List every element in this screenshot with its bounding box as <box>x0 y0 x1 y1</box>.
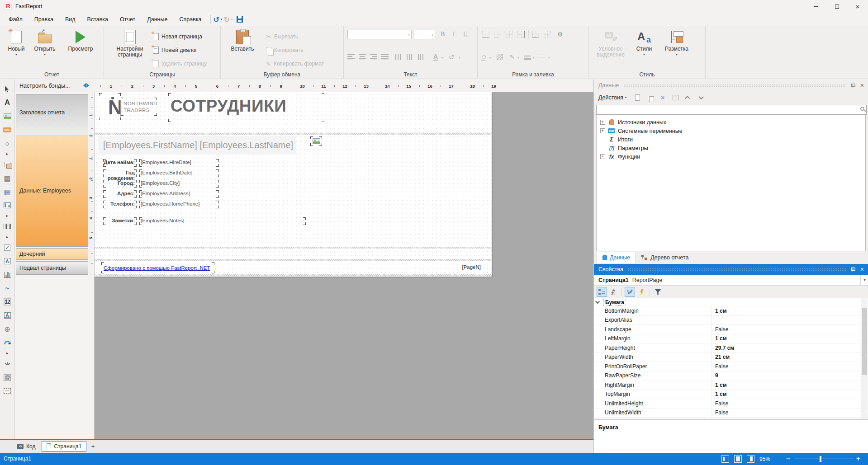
band-item[interactable]: Заголовок отчета <box>16 94 88 133</box>
field-value[interactable]: [Employees.HomePhone] <box>139 201 219 208</box>
menu-item[interactable]: Вставка <box>81 13 114 26</box>
richtext-object-icon[interactable]: A <box>0 254 14 268</box>
maximize-button[interactable] <box>826 0 847 13</box>
new-dialog-button[interactable]: Новый диалог <box>153 45 197 55</box>
close-button[interactable]: × <box>847 0 868 13</box>
tree-item[interactable]: + Σ Итоги <box>597 135 865 144</box>
barcode-object-icon[interactable] <box>0 220 14 233</box>
swiss-qr-object-icon[interactable]: @ <box>0 371 14 384</box>
category-collapse-icon[interactable] <box>595 299 600 304</box>
close-panel-icon[interactable]: × <box>860 83 864 88</box>
markup-button[interactable]: ← Разметка ▾ <box>659 29 694 56</box>
page-number-object[interactable]: [PageN] <box>462 264 481 270</box>
selector-dropdown-icon[interactable]: ▾ <box>860 275 868 285</box>
property-row[interactable]: PrintOnRollPaper False <box>594 362 868 371</box>
menu-item[interactable]: Справка <box>173 13 207 26</box>
field-label[interactable]: Адрес: <box>103 190 137 198</box>
text-frame-object-icon[interactable]: A <box>0 309 14 322</box>
property-row[interactable]: UnlimitedWidth False <box>594 409 868 418</box>
employee-name-textobject[interactable]: [Employees.FirstName] [Employees.LastNam… <box>98 136 296 155</box>
checkbox-object-icon[interactable]: ✓ <box>0 241 14 254</box>
property-value[interactable]: 1 см <box>711 391 727 397</box>
tree-item[interactable]: + fx Функции <box>597 152 865 161</box>
close-panel-icon[interactable]: × <box>860 267 864 272</box>
advanced-matrix-object-icon[interactable] <box>0 198 14 212</box>
field-label[interactable]: Дата найма: <box>103 159 137 167</box>
undo-dropdown-icon[interactable]: ▾ <box>221 18 223 21</box>
category-row[interactable]: Бумага <box>594 298 868 306</box>
undo-icon[interactable]: ↺ <box>213 15 219 24</box>
view-continuous-icon[interactable] <box>734 455 742 463</box>
table-object-icon[interactable]: ▦ <box>0 185 14 198</box>
property-value[interactable]: False <box>711 400 728 407</box>
field-value[interactable]: [Employees.Address] <box>139 190 219 198</box>
panel-drag-grip[interactable] <box>623 84 846 87</box>
band-item[interactable]: Подвал страницы <box>16 261 88 275</box>
report-page-surface[interactable]: N NORTHWIND TRADERS СОТРУДНИКИ [Employee… <box>95 92 492 277</box>
page-setup-button[interactable]: Настройкистраницы <box>109 29 150 58</box>
tree-item[interactable]: + var Системные переменные <box>597 127 865 135</box>
band-item[interactable]: Дочерний <box>16 248 88 260</box>
property-value[interactable]: 21 см <box>711 354 730 360</box>
data-search-input[interactable] <box>596 105 867 115</box>
menu-item[interactable]: Данные <box>141 13 173 26</box>
signature-object-icon[interactable] <box>0 384 14 398</box>
actions-caret-icon[interactable]: ▾ <box>625 96 627 99</box>
preview-button[interactable]: Просмотр <box>62 29 99 52</box>
report-title-object[interactable]: СОТРУДНИКИ <box>168 93 324 122</box>
field-value[interactable]: [Employees.BirthDate] <box>139 169 219 177</box>
add-page-tab-button[interactable]: + <box>88 443 97 450</box>
expand-plus-icon[interactable]: + <box>600 120 605 125</box>
svg-object-icon[interactable]: SVG <box>0 123 14 136</box>
view-facing-icon[interactable] <box>747 455 754 463</box>
property-row[interactable]: RawPaperSize 9 <box>594 371 868 381</box>
paste-button[interactable]: Вставить <box>227 29 258 52</box>
field-label[interactable]: Город: <box>103 180 137 188</box>
sparkline-object-icon[interactable]: ~ <box>0 282 14 295</box>
open-report-button[interactable]: Открыть ▾ <box>31 29 59 56</box>
footer-link-object[interactable]: Сформировано с помощью FastReport .NET <box>101 262 214 273</box>
configure-bands-button[interactable]: Настроить бэнды... <box>15 80 89 92</box>
expand-plus-icon[interactable]: + <box>600 128 605 133</box>
pin-icon[interactable] <box>850 267 856 272</box>
filter-button[interactable] <box>653 287 663 297</box>
property-value[interactable]: 1 см <box>711 308 727 314</box>
field-label[interactable]: Заметки: <box>103 217 137 225</box>
property-row[interactable]: Landscape False <box>594 325 868 334</box>
field-value[interactable]: [Employees.City] <box>139 180 219 188</box>
band-item[interactable]: Данные: Employees <box>16 135 88 247</box>
zoom-slider-thumb[interactable] <box>820 456 821 462</box>
alphabetical-sort-button[interactable]: AZ↓ <box>608 287 619 297</box>
object-selector-combo[interactable]: Страница1 ReportPage ▾ <box>594 275 868 286</box>
generated-with-link[interactable]: Сформировано с помощью FastReport .NET <box>104 265 210 271</box>
brand-text-object[interactable]: NORTHWIND TRADERS <box>121 98 157 116</box>
panel-drag-grip[interactable] <box>628 268 846 271</box>
new-page-button[interactable]: Новая страница <box>153 32 202 42</box>
search-icon[interactable] <box>860 107 864 111</box>
property-value[interactable]: False <box>711 409 728 416</box>
view-single-page-icon[interactable] <box>721 455 729 463</box>
property-row[interactable]: LeftMargin 1 см <box>594 334 868 344</box>
html-object-icon[interactable]: </> <box>0 357 14 371</box>
design-canvas[interactable]: 1 2 1 2 3 4 5 N NORTHWIND TRADERS <box>89 92 593 439</box>
picture-object-icon[interactable] <box>0 109 14 123</box>
property-value[interactable]: 1 см <box>711 382 727 388</box>
subreport-object-icon[interactable] <box>0 158 14 171</box>
categorized-view-button[interactable] <box>597 287 607 297</box>
field-value[interactable]: [Employees.HireDate] <box>139 159 219 167</box>
property-row[interactable]: PaperWidth 21 см <box>594 353 868 362</box>
properties-view-button[interactable] <box>625 287 635 297</box>
employee-photo-object[interactable] <box>310 136 322 146</box>
shape-object-icon[interactable]: ○ <box>0 136 14 150</box>
menu-item[interactable]: Вид <box>59 13 81 26</box>
select-pointer-icon[interactable] <box>0 82 14 96</box>
tree-item[interactable]: + [?] Параметры <box>597 144 865 152</box>
map-object-icon[interactable]: ⊕ <box>0 322 14 336</box>
tab-page1[interactable]: Страница1 <box>42 441 86 452</box>
matrix-object-icon[interactable]: ▦ <box>0 171 14 185</box>
property-row[interactable]: TopMargin 1 см <box>594 390 868 399</box>
property-value[interactable]: False <box>711 326 728 333</box>
menu-item[interactable]: Отчет <box>114 13 141 26</box>
events-view-button[interactable] <box>636 287 647 297</box>
gauge-object-icon[interactable] <box>0 336 14 349</box>
